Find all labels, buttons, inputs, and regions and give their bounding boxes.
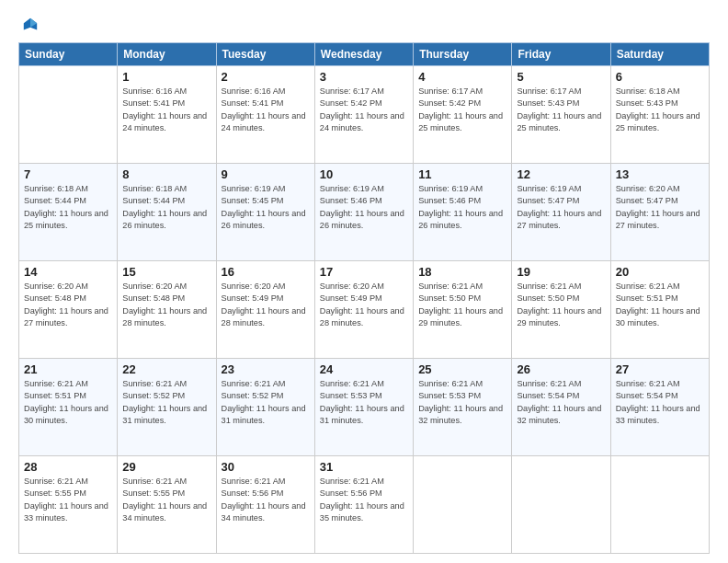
day-info: Sunrise: 6:18 AMSunset: 5:44 PMDaylight:… <box>24 183 112 232</box>
day-info: Sunrise: 6:21 AMSunset: 5:53 PMDaylight:… <box>418 378 506 427</box>
calendar-cell: 26 Sunrise: 6:21 AMSunset: 5:54 PMDaylig… <box>512 359 610 456</box>
day-number: 13 <box>616 167 704 181</box>
day-number: 4 <box>418 70 506 84</box>
calendar-header-row: SundayMondayTuesdayWednesdayThursdayFrid… <box>19 43 710 66</box>
day-info: Sunrise: 6:21 AMSunset: 5:53 PMDaylight:… <box>320 378 408 427</box>
day-number: 22 <box>122 362 210 376</box>
day-info: Sunrise: 6:21 AMSunset: 5:54 PMDaylight:… <box>616 378 704 427</box>
day-info: Sunrise: 6:21 AMSunset: 5:56 PMDaylight:… <box>222 476 310 524</box>
calendar-cell: 10 Sunrise: 6:19 AMSunset: 5:46 PMDaylig… <box>314 164 413 261</box>
calendar-cell <box>610 456 709 554</box>
day-info: Sunrise: 6:21 AMSunset: 5:55 PMDaylight:… <box>24 476 112 524</box>
day-info: Sunrise: 6:21 AMSunset: 5:52 PMDaylight:… <box>222 378 310 427</box>
day-info: Sunrise: 6:21 AMSunset: 5:50 PMDaylight:… <box>418 281 506 329</box>
calendar-header-friday: Friday <box>512 43 610 66</box>
day-info: Sunrise: 6:21 AMSunset: 5:50 PMDaylight:… <box>517 281 605 329</box>
calendar-cell: 7 Sunrise: 6:18 AMSunset: 5:44 PMDayligh… <box>19 164 118 261</box>
day-info: Sunrise: 6:18 AMSunset: 5:44 PMDaylight:… <box>122 183 210 232</box>
calendar-cell: 30 Sunrise: 6:21 AMSunset: 5:56 PMDaylig… <box>216 456 314 554</box>
calendar-cell: 4 Sunrise: 6:17 AMSunset: 5:42 PMDayligh… <box>414 66 512 164</box>
calendar-cell: 19 Sunrise: 6:21 AMSunset: 5:50 PMDaylig… <box>512 261 610 359</box>
day-number: 15 <box>122 265 210 279</box>
calendar-week-1: 1 Sunrise: 6:16 AMSunset: 5:41 PMDayligh… <box>19 66 710 164</box>
calendar-header-thursday: Thursday <box>414 43 512 66</box>
day-number: 7 <box>24 167 112 181</box>
calendar-cell: 21 Sunrise: 6:21 AMSunset: 5:51 PMDaylig… <box>19 359 118 456</box>
calendar-cell: 23 Sunrise: 6:21 AMSunset: 5:52 PMDaylig… <box>216 359 314 456</box>
calendar-cell <box>414 456 512 554</box>
calendar-cell: 25 Sunrise: 6:21 AMSunset: 5:53 PMDaylig… <box>414 359 512 456</box>
day-number: 6 <box>616 70 704 84</box>
day-number: 20 <box>616 265 704 279</box>
day-number: 21 <box>24 362 112 376</box>
day-info: Sunrise: 6:16 AMSunset: 5:41 PMDaylight:… <box>222 86 310 134</box>
day-info: Sunrise: 6:20 AMSunset: 5:49 PMDaylight:… <box>222 281 310 329</box>
day-info: Sunrise: 6:19 AMSunset: 5:46 PMDaylight:… <box>418 183 506 232</box>
calendar-cell: 16 Sunrise: 6:20 AMSunset: 5:49 PMDaylig… <box>216 261 314 359</box>
day-number: 31 <box>320 460 408 474</box>
calendar-week-5: 28 Sunrise: 6:21 AMSunset: 5:55 PMDaylig… <box>19 456 710 554</box>
day-info: Sunrise: 6:19 AMSunset: 5:46 PMDaylight:… <box>320 183 408 232</box>
calendar-cell: 17 Sunrise: 6:20 AMSunset: 5:49 PMDaylig… <box>314 261 413 359</box>
day-number: 26 <box>517 362 605 376</box>
calendar-cell: 9 Sunrise: 6:19 AMSunset: 5:45 PMDayligh… <box>216 164 314 261</box>
calendar-header-wednesday: Wednesday <box>314 43 413 66</box>
calendar-cell: 20 Sunrise: 6:21 AMSunset: 5:51 PMDaylig… <box>610 261 709 359</box>
logo <box>18 17 39 33</box>
day-info: Sunrise: 6:20 AMSunset: 5:49 PMDaylight:… <box>320 281 408 329</box>
day-info: Sunrise: 6:16 AMSunset: 5:41 PMDaylight:… <box>122 86 210 134</box>
day-info: Sunrise: 6:20 AMSunset: 5:48 PMDaylight:… <box>122 281 210 329</box>
day-info: Sunrise: 6:18 AMSunset: 5:43 PMDaylight:… <box>616 86 704 134</box>
day-info: Sunrise: 6:21 AMSunset: 5:55 PMDaylight:… <box>122 476 210 524</box>
calendar-header-tuesday: Tuesday <box>216 43 314 66</box>
day-number: 24 <box>320 362 408 376</box>
calendar-header-sunday: Sunday <box>19 43 118 66</box>
day-number: 3 <box>320 70 408 84</box>
day-info: Sunrise: 6:17 AMSunset: 5:42 PMDaylight:… <box>320 86 408 134</box>
calendar-header-monday: Monday <box>118 43 216 66</box>
calendar-week-3: 14 Sunrise: 6:20 AMSunset: 5:48 PMDaylig… <box>19 261 710 359</box>
calendar-cell: 29 Sunrise: 6:21 AMSunset: 5:55 PMDaylig… <box>118 456 216 554</box>
day-info: Sunrise: 6:17 AMSunset: 5:43 PMDaylight:… <box>517 86 605 134</box>
day-info: Sunrise: 6:21 AMSunset: 5:52 PMDaylight:… <box>122 378 210 427</box>
day-number: 14 <box>24 265 112 279</box>
day-number: 19 <box>517 265 605 279</box>
day-info: Sunrise: 6:21 AMSunset: 5:54 PMDaylight:… <box>517 378 605 427</box>
calendar-cell: 2 Sunrise: 6:16 AMSunset: 5:41 PMDayligh… <box>216 66 314 164</box>
calendar-cell: 3 Sunrise: 6:17 AMSunset: 5:42 PMDayligh… <box>314 66 413 164</box>
day-number: 18 <box>418 265 506 279</box>
day-number: 17 <box>320 265 408 279</box>
calendar-header-saturday: Saturday <box>610 43 709 66</box>
day-info: Sunrise: 6:21 AMSunset: 5:56 PMDaylight:… <box>320 476 408 524</box>
day-number: 11 <box>418 167 506 181</box>
day-number: 27 <box>616 362 704 376</box>
day-number: 10 <box>320 167 408 181</box>
calendar-cell: 24 Sunrise: 6:21 AMSunset: 5:53 PMDaylig… <box>314 359 413 456</box>
calendar-cell: 13 Sunrise: 6:20 AMSunset: 5:47 PMDaylig… <box>610 164 709 261</box>
calendar-cell: 5 Sunrise: 6:17 AMSunset: 5:43 PMDayligh… <box>512 66 610 164</box>
calendar-cell: 18 Sunrise: 6:21 AMSunset: 5:50 PMDaylig… <box>414 261 512 359</box>
day-info: Sunrise: 6:19 AMSunset: 5:45 PMDaylight:… <box>222 183 310 232</box>
calendar-cell: 12 Sunrise: 6:19 AMSunset: 5:47 PMDaylig… <box>512 164 610 261</box>
logo-icon <box>22 17 39 33</box>
calendar-week-4: 21 Sunrise: 6:21 AMSunset: 5:51 PMDaylig… <box>19 359 710 456</box>
calendar-cell: 15 Sunrise: 6:20 AMSunset: 5:48 PMDaylig… <box>118 261 216 359</box>
day-info: Sunrise: 6:21 AMSunset: 5:51 PMDaylight:… <box>24 378 112 427</box>
day-number: 29 <box>122 460 210 474</box>
day-number: 12 <box>517 167 605 181</box>
day-number: 8 <box>122 167 210 181</box>
calendar-cell: 22 Sunrise: 6:21 AMSunset: 5:52 PMDaylig… <box>118 359 216 456</box>
day-info: Sunrise: 6:20 AMSunset: 5:47 PMDaylight:… <box>616 183 704 232</box>
day-number: 16 <box>222 265 310 279</box>
calendar-cell: 28 Sunrise: 6:21 AMSunset: 5:55 PMDaylig… <box>19 456 118 554</box>
calendar-cell: 1 Sunrise: 6:16 AMSunset: 5:41 PMDayligh… <box>118 66 216 164</box>
day-number: 2 <box>222 70 310 84</box>
calendar-cell: 8 Sunrise: 6:18 AMSunset: 5:44 PMDayligh… <box>118 164 216 261</box>
page: SundayMondayTuesdayWednesdayThursdayFrid… <box>0 0 728 563</box>
day-number: 28 <box>24 460 112 474</box>
calendar-cell <box>512 456 610 554</box>
calendar-week-2: 7 Sunrise: 6:18 AMSunset: 5:44 PMDayligh… <box>19 164 710 261</box>
calendar-cell: 11 Sunrise: 6:19 AMSunset: 5:46 PMDaylig… <box>414 164 512 261</box>
calendar-table: SundayMondayTuesdayWednesdayThursdayFrid… <box>18 42 710 554</box>
day-info: Sunrise: 6:19 AMSunset: 5:47 PMDaylight:… <box>517 183 605 232</box>
